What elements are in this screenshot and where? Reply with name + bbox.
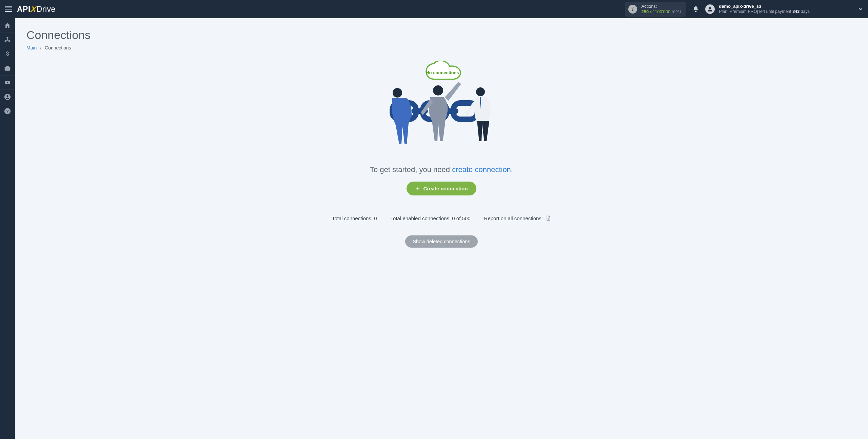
get-started-suffix: . — [511, 165, 513, 174]
sidebar: ? — [0, 18, 15, 439]
get-started-text: To get started, you need create connecti… — [272, 165, 611, 174]
chevron-down-icon — [858, 6, 863, 12]
plan-days-num: 343 — [792, 9, 800, 14]
stat-report-label: Report on all connections: — [484, 215, 543, 221]
plus-icon — [415, 186, 420, 191]
svg-text:?: ? — [6, 109, 8, 113]
svg-text:No connections: No connections — [426, 70, 459, 75]
svg-point-7 — [6, 95, 8, 97]
stat-enabled-connections: Total enabled connections: 0 of 500 — [391, 215, 471, 221]
breadcrumb: Main / Connections — [26, 45, 856, 50]
actions-counter[interactable]: i Actions: 250 of 100'000 (0%) — [625, 2, 686, 16]
app-header: APIXDrive i Actions: 250 of 100'000 (0%) — [0, 0, 868, 18]
logo-api: API — [17, 5, 31, 14]
create-connection-label: Create connection — [423, 186, 468, 191]
user-name: demo_apix-drive_s3 — [719, 4, 810, 9]
show-deleted-button[interactable]: Show deleted connections — [405, 235, 477, 248]
avatar-icon — [705, 4, 715, 14]
header-right: i Actions: 250 of 100'000 (0%) demo_apix… — [625, 2, 863, 16]
empty-illustration: No connections — [380, 61, 502, 157]
svg-rect-3 — [8, 41, 10, 42]
actions-used: 250 — [641, 9, 649, 14]
create-connection-link[interactable]: create connection — [452, 165, 511, 174]
plan-prefix: Plan | — [719, 9, 730, 14]
svg-point-0 — [709, 7, 711, 9]
breadcrumb-main[interactable]: Main — [26, 45, 37, 50]
page-title: Connections — [26, 28, 856, 42]
menu-toggle-icon[interactable] — [5, 6, 12, 12]
plan-sep: | left until payment — [757, 9, 793, 14]
app-body: ? Connections Main / Connections No conn… — [0, 18, 868, 439]
user-plan-line: Plan |Premium PRO| left until payment 34… — [719, 9, 810, 15]
stats-row: Total connections: 0 Total enabled conne… — [272, 215, 611, 221]
svg-rect-1 — [7, 37, 8, 38]
sidebar-item-home[interactable] — [0, 18, 15, 33]
sidebar-item-billing[interactable] — [0, 47, 15, 61]
create-connection-button[interactable]: Create connection — [407, 182, 477, 195]
logo-x: X — [30, 5, 37, 14]
logo-drive: Drive — [37, 5, 56, 14]
notifications-icon[interactable] — [692, 5, 699, 13]
sidebar-item-briefcase[interactable] — [0, 61, 15, 75]
empty-state: No connections — [272, 61, 611, 248]
sidebar-item-video[interactable] — [0, 75, 15, 89]
svg-rect-2 — [5, 41, 6, 42]
actions-text: Actions: 250 of 100'000 (0%) — [641, 4, 681, 14]
actions-total: 100'000 — [655, 9, 670, 14]
sidebar-item-connections[interactable] — [0, 33, 15, 47]
actions-pct: (0%) — [672, 9, 681, 14]
plan-name: Premium PRO — [730, 9, 757, 14]
stat-total-connections: Total connections: 0 — [332, 215, 377, 221]
breadcrumb-sep: / — [40, 45, 41, 50]
main-content: Connections Main / Connections No connec… — [15, 18, 868, 439]
svg-point-17 — [433, 85, 443, 96]
plan-days-suffix: days — [800, 9, 810, 14]
user-text: demo_apix-drive_s3 Plan |Premium PRO| le… — [719, 4, 810, 15]
sidebar-item-account[interactable] — [0, 89, 15, 104]
actions-of: of — [650, 9, 654, 14]
svg-point-18 — [476, 87, 485, 96]
user-menu[interactable]: demo_apix-drive_s3 Plan |Premium PRO| le… — [705, 4, 863, 15]
svg-point-16 — [393, 88, 402, 98]
breadcrumb-current: Connections — [45, 45, 71, 50]
document-icon[interactable] — [546, 215, 551, 221]
header-left: APIXDrive — [5, 5, 56, 14]
app-logo[interactable]: APIXDrive — [17, 5, 56, 14]
sidebar-item-help[interactable]: ? — [0, 104, 15, 118]
actions-label: Actions: — [641, 4, 681, 9]
info-icon: i — [628, 5, 637, 14]
get-started-prefix: To get started, you need — [370, 165, 452, 174]
stat-report: Report on all connections: — [484, 215, 551, 221]
